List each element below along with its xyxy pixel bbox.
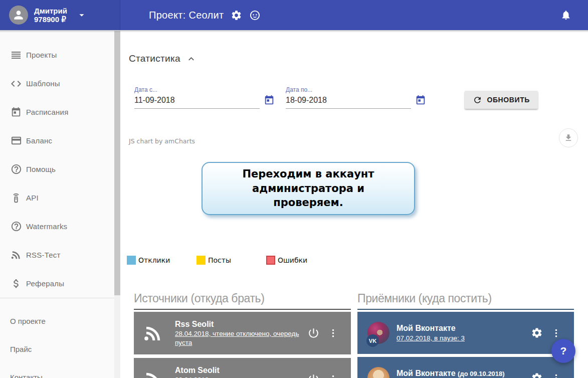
notifications-bell-icon[interactable] [560, 10, 571, 23]
sidebar-item-label: API [26, 194, 39, 202]
sidebar-item-label: Баланс [26, 136, 52, 145]
power-icon[interactable] [307, 373, 320, 378]
date-from-value: 11-09-2018 [134, 96, 260, 105]
project-header: Проект: Сеолит [149, 10, 261, 21]
sidebar-item-api[interactable]: API [0, 183, 120, 212]
sidebar-item-about[interactable]: О проекте [0, 307, 120, 335]
legend-swatch-yellow [197, 256, 206, 265]
date-from-input[interactable]: Дата с... 11-09-2018 [134, 86, 260, 109]
calendar-picker-icon[interactable] [264, 95, 275, 106]
date-to-input[interactable]: Дата по... 18-09-2018 [286, 86, 411, 109]
receiver-title-text: Мой Вконтакте [397, 369, 456, 377]
source-status-link[interactable]: 28.04.2018, чтение отключено, очередь пу… [175, 330, 299, 346]
sidebar-scrollbar-thumb[interactable] [114, 31, 120, 295]
receiver-card-vk-1: VK Мой Вконтакте 07.02.2018, в паузе: 3 [357, 312, 574, 354]
sidebar-footer: О проекте Прайс Контакты [0, 298, 120, 378]
receiver-card-texts: Мой Вконтакте 07.02.2018, в паузе: 3 [397, 323, 531, 342]
user-name: Дмитрий [34, 7, 67, 15]
download-icon [564, 133, 573, 142]
receiver-title-text: Мой Вконтакте [397, 324, 456, 332]
list-icon [10, 49, 22, 61]
sidebar-item-label: Шаблоны [26, 79, 60, 88]
user-menu[interactable]: Дмитрий 978900 ₽ [0, 0, 120, 30]
date-from-label: Дата с... [134, 86, 260, 93]
calendar-icon [10, 106, 22, 118]
channels-columns: Источники (откуда брать) Rss Seolit 28.0… [120, 292, 588, 378]
sidebar-item-help[interactable]: Помощь [0, 155, 120, 183]
kebab-menu-icon[interactable] [328, 328, 338, 338]
top-app-bar: Дмитрий 978900 ₽ Проект: Сеолит [0, 0, 588, 30]
legend-swatch-red [266, 256, 275, 265]
kebab-menu-icon[interactable] [328, 374, 338, 378]
user-avatar [9, 6, 28, 25]
calendar-picker-icon[interactable] [415, 95, 426, 106]
avatar [367, 367, 389, 378]
rss-icon [143, 369, 164, 378]
help-fab-button[interactable]: ? [551, 339, 575, 363]
legend-item-posts[interactable]: Посты [197, 256, 266, 265]
power-icon[interactable] [307, 327, 320, 339]
sources-column: Источники (откуда брать) Rss Seolit 28.0… [134, 292, 351, 378]
app-window: Дмитрий 978900 ₽ Проект: Сеолит [0, 0, 588, 378]
sidebar-item-contacts[interactable]: Контакты [0, 363, 120, 378]
credit-card-icon [10, 135, 22, 147]
stats-section-toggle[interactable]: Статистика [129, 53, 224, 64]
project-title: Проект: Сеолит [149, 10, 224, 21]
sidebar-item-label: Рефералы [26, 279, 64, 288]
content-row: Проекты Шаблоны Расписания Баланс Помощь [0, 30, 588, 378]
source-card-texts: Rss Seolit 28.04.2018, чтение отключено,… [175, 319, 305, 347]
sidebar-item-rss-test[interactable]: RSS-Тест [0, 241, 120, 269]
source-status-link[interactable]: 02.04.2018, чтение отключено, очередь пу… [175, 376, 299, 378]
project-face-icon[interactable] [249, 10, 261, 21]
source-card-atom-seolit: Atom Seolit 02.04.2018, чтение отключено… [134, 358, 351, 378]
sidebar-item-label: Watermarks [26, 222, 67, 231]
sidebar-item-watermarks[interactable]: Watermarks [0, 212, 120, 241]
legend-label: Отклики [138, 256, 170, 264]
sidebar-item-projects[interactable]: Проекты [0, 41, 120, 69]
receiver-title: Мой Вконтакте (до 09.10.2018) [397, 368, 531, 378]
legend-item-errors[interactable]: Ошибки [266, 256, 336, 265]
amcharts-credit: JS chart by amCharts [129, 137, 195, 145]
receiver-card-actions [531, 327, 561, 339]
receiver-title-note: (до 09.10.2018) [458, 370, 505, 377]
help-circle-icon [10, 163, 22, 175]
kebab-menu-icon[interactable] [551, 373, 561, 378]
sidebar-item-schedules[interactable]: Расписания [0, 98, 120, 126]
source-card-rss-seolit: Rss Seolit 28.04.2018, чтение отключено,… [134, 312, 351, 354]
project-settings-gear-icon[interactable] [231, 10, 242, 21]
gear-icon[interactable] [531, 372, 543, 378]
main-content: Статистика Дата с... 11-09-2018 [120, 30, 588, 378]
refresh-button-label: ОБНОВИТЬ [487, 96, 530, 104]
page-title: Статистика [129, 53, 180, 64]
source-title: Rss Seolit [175, 319, 305, 329]
legend-swatch-blue [127, 256, 136, 265]
receivers-header: Приёмники (куда постить) [357, 292, 574, 304]
source-title: Atom Seolit [175, 365, 305, 375]
user-balance: 978900 ₽ [34, 15, 67, 24]
remote-icon [10, 192, 22, 204]
chevron-up-icon [186, 54, 196, 64]
date-to-label: Дата по... [286, 86, 411, 93]
sidebar-item-referrals[interactable]: Рефералы [0, 269, 120, 298]
dollar-icon [10, 278, 22, 290]
refresh-button[interactable]: ОБНОВИТЬ [465, 91, 538, 109]
receiver-status-link[interactable]: 07.02.2018, в паузе: 3 [397, 334, 465, 342]
kebab-menu-icon[interactable] [551, 328, 561, 338]
receivers-column: Приёмники (куда постить) VK Мой Вконтакт… [357, 292, 574, 378]
sidebar-item-templates[interactable]: Шаблоны [0, 69, 120, 98]
rss-icon [143, 323, 164, 344]
receivers-rule [357, 309, 574, 310]
chart-annotation-callout: Переходим в аккаунт администратора и про… [202, 162, 415, 215]
code-icon [10, 78, 22, 90]
sidebar-item-pricing[interactable]: Прайс [0, 335, 120, 363]
legend-item-responses[interactable]: Отклики [127, 256, 197, 265]
sidebar-item-balance[interactable]: Баланс [0, 126, 120, 155]
chart-export-button[interactable] [559, 128, 578, 147]
receiver-avatar: VK [367, 367, 389, 378]
sidebar-item-label: RSS-Тест [26, 251, 60, 259]
help-circle-icon [10, 221, 22, 233]
sidebar-item-label: Помощь [26, 165, 56, 173]
user-texts: Дмитрий 978900 ₽ [34, 7, 67, 24]
gear-icon[interactable] [531, 327, 543, 339]
source-card-actions [307, 327, 338, 339]
